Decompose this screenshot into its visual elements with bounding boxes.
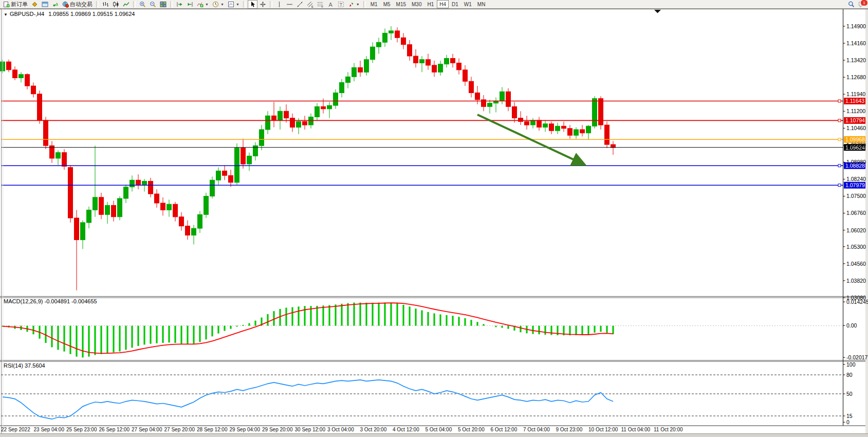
svg-text:A: A	[328, 1, 333, 7]
svg-text:9 Oct 23:00: 9 Oct 23:00	[556, 427, 583, 432]
timeframe-button-h1[interactable]: H1	[424, 0, 436, 8]
line-chart-button[interactable]	[121, 0, 131, 9]
autotrading-button[interactable]: 自动交易	[61, 0, 94, 9]
svg-text:0: 0	[846, 419, 849, 425]
timeframe-button-d1[interactable]: D1	[449, 0, 461, 8]
templates-button[interactable]: ▼	[226, 0, 241, 9]
svg-text:E: E	[311, 5, 313, 8]
chart-title-bar[interactable]: ▼GBPUSD-,H41.09855 1.09869 1.09515 1.096…	[4, 11, 135, 17]
svg-text:-0.020171: -0.020171	[846, 354, 868, 360]
zoom-out-button[interactable]	[148, 0, 158, 9]
auto-scroll-button[interactable]	[175, 0, 184, 9]
chart-ohlc-values: 1.09855 1.09869 1.09515 1.09624	[48, 11, 135, 17]
toolbar-separator	[96, 1, 99, 8]
candlestick-chart-button[interactable]	[111, 0, 121, 9]
text-label-button[interactable]: T	[336, 0, 346, 9]
macd-label: MACD(12,26,9)	[4, 298, 43, 304]
svg-text:6 Oct 12:00: 6 Oct 12:00	[491, 427, 518, 432]
gold-diamond-icon	[31, 1, 38, 8]
tile-windows-icon	[160, 1, 167, 8]
svg-text:1.05300: 1.05300	[846, 244, 866, 250]
market-watch-button[interactable]	[30, 0, 40, 9]
svg-text:29 Sep 04:00: 29 Sep 04:00	[230, 427, 261, 432]
svg-text:80: 80	[846, 372, 853, 378]
timeframe-button-m1[interactable]: M1	[368, 0, 380, 8]
fibonacci-button[interactable]: F	[316, 0, 325, 9]
new-order-button-label: 新订单	[11, 1, 28, 8]
svg-text:1.09720: 1.09720	[846, 142, 866, 148]
chart-symbol-label: GBPUSD-,H4	[10, 11, 44, 17]
arrows-button[interactable]: ▼	[346, 0, 361, 9]
svg-text:0.00: 0.00	[846, 322, 857, 329]
macd-signal-value: -0.004655	[71, 298, 97, 304]
signal-icon	[52, 1, 59, 8]
equidistant-channel-button[interactable]: E	[305, 0, 315, 9]
svg-text:1.08240: 1.08240	[846, 176, 866, 182]
trendline-icon	[297, 1, 303, 8]
zoom-in-button[interactable]	[138, 0, 147, 9]
navigator-button[interactable]	[50, 0, 60, 9]
svg-text:15: 15	[846, 413, 853, 419]
text-a-icon: A	[327, 1, 334, 8]
ohlc-bars-icon	[102, 1, 109, 8]
timeframe-button-m15[interactable]: M15	[394, 0, 409, 8]
chart-shift-icon	[187, 1, 193, 8]
channel-icon: E	[307, 1, 313, 8]
toolbar-separator	[270, 1, 272, 8]
svg-text:T: T	[340, 2, 343, 7]
notification-badge: 1	[860, 0, 868, 6]
chevron-down-icon[interactable]: ▼	[205, 3, 209, 6]
text-button[interactable]: A	[326, 0, 336, 9]
timeframe-button-h4[interactable]: H4	[437, 0, 449, 8]
main-toolbar: 新订单自动交易▼▼▼EFAT▼M1M5M15M30H1H4D1W1MN1	[0, 0, 868, 9]
svg-text:1.14900: 1.14900	[846, 23, 866, 29]
svg-text:22 Sep 2022: 22 Sep 2022	[1, 427, 30, 432]
bar-chart-button[interactable]	[101, 0, 110, 9]
notifications-button[interactable]: 1	[857, 0, 866, 9]
arrows-icon	[348, 1, 355, 8]
vertical-line-button[interactable]	[274, 0, 284, 9]
chevron-down-icon[interactable]: ▼	[356, 3, 360, 6]
svg-text:1.10794: 1.10794	[845, 117, 865, 123]
svg-text:3 Oct 04:00: 3 Oct 04:00	[327, 427, 354, 432]
svg-text:1.08980: 1.08980	[846, 159, 866, 165]
new-order-button[interactable]: 新订单	[2, 0, 29, 9]
horizontal-line-button[interactable]	[285, 0, 294, 9]
svg-text:50: 50	[846, 391, 853, 397]
data-window-button[interactable]	[40, 0, 50, 9]
clock-icon	[212, 1, 219, 8]
indicators-button[interactable]: ▼	[195, 0, 210, 9]
svg-text:1.13420: 1.13420	[846, 57, 866, 63]
text-label-icon: T	[338, 1, 344, 8]
svg-text:11 Oct 04:00: 11 Oct 04:00	[621, 427, 651, 432]
crosshair-button[interactable]	[258, 0, 268, 9]
chevron-down-icon[interactable]: ▼	[236, 3, 239, 6]
globe-red-icon	[62, 1, 69, 8]
timeframe-button-m30[interactable]: M30	[409, 0, 424, 8]
cursor-icon	[249, 1, 256, 8]
cursor-button[interactable]	[248, 0, 257, 9]
svg-text:25 Sep 23:00: 25 Sep 23:00	[66, 427, 97, 432]
vline-icon	[276, 1, 283, 8]
chart-dropdown-icon[interactable]: ▼	[4, 12, 8, 17]
svg-text:1.03820: 1.03820	[846, 278, 866, 284]
timeframe-button-m5[interactable]: M5	[381, 0, 393, 8]
timeframe-button-mn[interactable]: MN	[475, 0, 488, 8]
svg-text:1.07500: 1.07500	[846, 193, 866, 199]
trendline-button[interactable]	[295, 0, 305, 9]
chart-shift-button[interactable]	[185, 0, 195, 9]
periods-button[interactable]: ▼	[211, 0, 226, 9]
svg-text:7 Oct 04:00: 7 Oct 04:00	[523, 427, 550, 432]
search-button[interactable]	[846, 0, 856, 9]
time-axis[interactable]: 22 Sep 202223 Sep 04:0025 Sep 23:0026 Se…	[1, 427, 683, 432]
svg-text:F: F	[321, 5, 323, 7]
toolbar-separator	[133, 1, 136, 8]
tile-windows-button[interactable]	[158, 0, 168, 9]
chart-canvas: 1.116431.107941.099681.088281.079791.096…	[0, 0, 868, 437]
toolbar-separator	[170, 1, 173, 8]
chevron-down-icon[interactable]: ▼	[220, 3, 224, 6]
timeframe-button-w1[interactable]: W1	[461, 0, 474, 8]
candlestick-icon	[113, 1, 119, 8]
svg-text:100: 100	[846, 361, 856, 368]
macd-pane-header: MACD(12,26,9) -0.004891 -0.004655	[4, 298, 97, 304]
